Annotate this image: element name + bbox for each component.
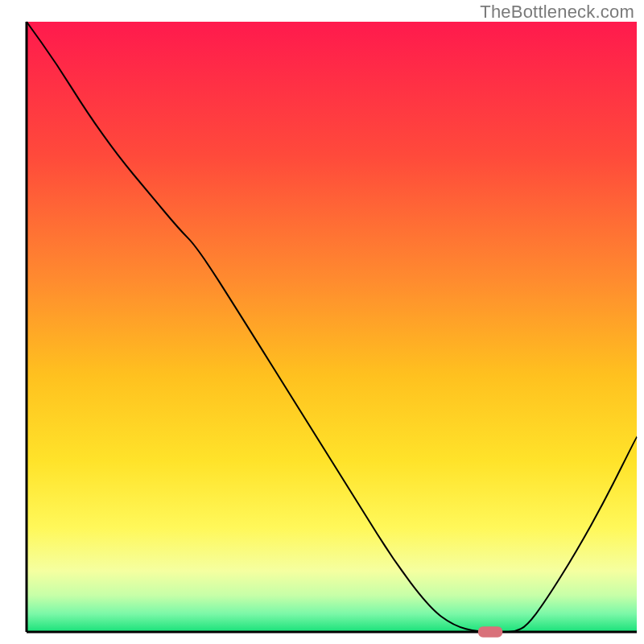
bottleneck-chart — [0, 0, 644, 644]
optimal-marker — [478, 626, 502, 638]
gradient-background — [27, 22, 637, 632]
chart-stage: TheBottleneck.com — [0, 0, 644, 644]
